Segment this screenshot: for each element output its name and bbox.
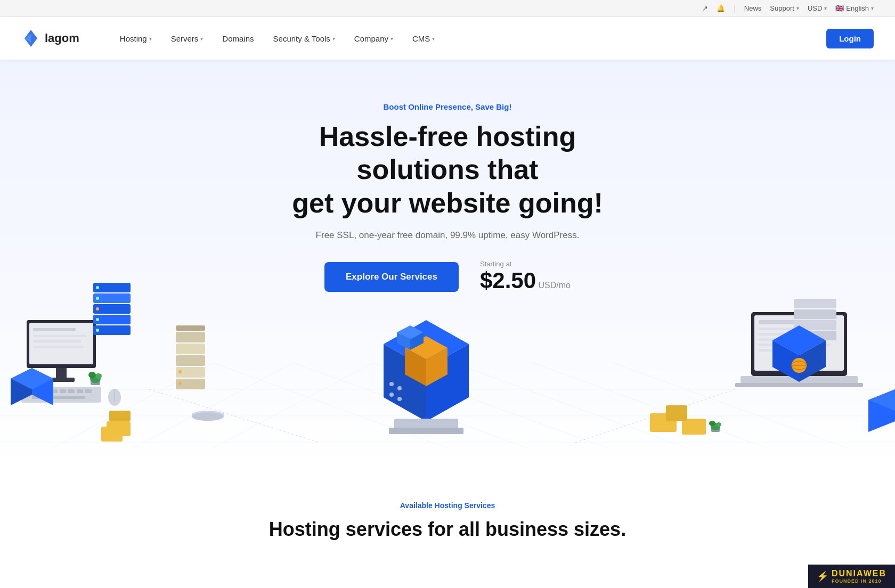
logo-icon — [21, 29, 40, 48]
svg-rect-78 — [735, 383, 863, 387]
nav-servers-chevron: ▾ — [200, 36, 203, 42]
support-dropdown[interactable]: Support ▾ — [770, 4, 799, 12]
nav-cms-label: CMS — [412, 34, 430, 43]
nav-company-chevron: ▾ — [390, 36, 393, 42]
language-label: English — [846, 4, 869, 12]
explore-button[interactable]: Explore Our Services — [324, 262, 459, 292]
svg-rect-19 — [33, 346, 84, 348]
flag-icon: 🇬🇧 — [835, 4, 844, 12]
svg-rect-18 — [33, 340, 81, 342]
svg-rect-58 — [389, 428, 463, 434]
currency-chevron: ▾ — [824, 5, 827, 11]
svg-point-44 — [96, 318, 99, 321]
nav-servers[interactable]: Servers ▾ — [162, 30, 212, 47]
svg-point-43 — [96, 329, 99, 332]
hero-content: Boost Online Presence, Save Big! Hassle-… — [261, 102, 634, 293]
nav-hosting-label: Hosting — [120, 34, 147, 43]
svg-point-60 — [389, 393, 394, 397]
logo[interactable]: lagom — [21, 29, 79, 48]
svg-rect-82 — [794, 309, 836, 319]
login-button[interactable]: Login — [826, 29, 874, 48]
hero-illustration — [0, 283, 895, 469]
svg-line-13 — [213, 363, 373, 448]
svg-rect-20 — [56, 368, 67, 379]
svg-rect-29 — [77, 389, 83, 393]
svg-point-59 — [389, 382, 394, 386]
svg-rect-27 — [60, 389, 66, 393]
hero-svg — [0, 283, 895, 469]
svg-rect-50 — [101, 427, 123, 442]
hero-subtitle: Boost Online Presence, Save Big! — [261, 102, 634, 111]
news-label: News — [744, 4, 762, 12]
nav-security[interactable]: Security & Tools ▾ — [265, 30, 344, 47]
svg-point-62 — [397, 397, 402, 401]
svg-rect-100 — [176, 344, 205, 354]
nav-hosting-chevron: ▾ — [149, 36, 152, 42]
news-link[interactable]: News — [744, 4, 762, 12]
nav-company[interactable]: Company ▾ — [346, 30, 402, 47]
svg-point-37 — [95, 373, 102, 379]
language-chevron: ▾ — [871, 5, 874, 11]
nav-domains[interactable]: Domains — [214, 30, 262, 47]
svg-rect-30 — [85, 389, 92, 393]
currency-label: USD — [808, 4, 822, 12]
navbar: lagom Hosting ▾ Servers ▾ Domains Securi… — [0, 17, 895, 60]
nav-links: Hosting ▾ Servers ▾ Domains Security & T… — [111, 29, 874, 48]
section-title: Hosting services for all business sizes. — [21, 518, 874, 541]
hero-title: Hassle-free hosting solutions that get y… — [261, 120, 634, 219]
svg-rect-28 — [68, 389, 75, 393]
svg-rect-102 — [176, 325, 205, 331]
share-icon[interactable]: ↗ — [702, 4, 708, 12]
nav-company-label: Company — [354, 34, 388, 43]
nav-cms-chevron: ▾ — [432, 36, 435, 42]
svg-rect-83 — [794, 299, 836, 308]
svg-point-96 — [716, 422, 721, 427]
svg-point-95 — [709, 421, 715, 426]
svg-line-9 — [533, 363, 767, 448]
price-unit: USD/mo — [539, 281, 571, 290]
nav-domains-label: Domains — [222, 34, 254, 43]
hero-section: Boost Online Presence, Save Big! Hassle-… — [0, 60, 895, 469]
nav-security-label: Security & Tools — [273, 34, 330, 43]
hero-title-line2: get your website going! — [292, 187, 603, 218]
support-label: Support — [770, 4, 794, 12]
support-chevron: ▾ — [796, 5, 799, 11]
svg-point-47 — [96, 286, 99, 289]
top-bar: ↗ 🔔 | News Support ▾ USD ▾ 🇬🇧 English ▾ — [0, 0, 895, 17]
svg-rect-92 — [666, 405, 687, 421]
hero-title-line1: Hassle-free hosting solutions that — [319, 121, 576, 185]
nav-servers-label: Servers — [171, 34, 199, 43]
hero-description: Free SSL, one-year free domain, 99.9% up… — [261, 230, 634, 241]
svg-rect-101 — [176, 332, 205, 342]
logo-text: lagom — [45, 31, 79, 45]
svg-point-104 — [178, 370, 182, 373]
nav-security-chevron: ▾ — [332, 36, 335, 42]
price-starting: Starting at — [480, 260, 571, 268]
price-amount: $2.50 — [480, 268, 536, 293]
hero-cta: Explore Our Services Starting at $2.50 U… — [261, 260, 634, 293]
svg-point-107 — [192, 412, 224, 421]
svg-rect-99 — [176, 355, 205, 366]
svg-point-61 — [397, 386, 402, 390]
svg-point-46 — [96, 297, 99, 300]
svg-rect-17 — [33, 335, 86, 337]
language-dropdown[interactable]: 🇬🇧 English ▾ — [835, 4, 874, 12]
svg-point-36 — [88, 372, 96, 378]
svg-point-103 — [178, 382, 182, 385]
svg-point-45 — [96, 307, 99, 311]
svg-rect-16 — [33, 328, 76, 331]
currency-dropdown[interactable]: USD ▾ — [808, 4, 827, 12]
svg-rect-49 — [109, 411, 131, 421]
divider: | — [734, 4, 736, 13]
svg-line-12 — [133, 363, 293, 448]
section-label: Available Hosting Services — [21, 501, 874, 510]
nav-cms[interactable]: CMS ▾ — [404, 30, 443, 47]
svg-line-8 — [453, 363, 687, 448]
bottom-section: Available Hosting Services Hosting servi… — [0, 469, 895, 557]
nav-hosting[interactable]: Hosting ▾ — [111, 30, 160, 47]
price-area: Starting at $2.50 USD/mo — [480, 260, 571, 293]
bell-icon[interactable]: 🔔 — [717, 4, 725, 12]
